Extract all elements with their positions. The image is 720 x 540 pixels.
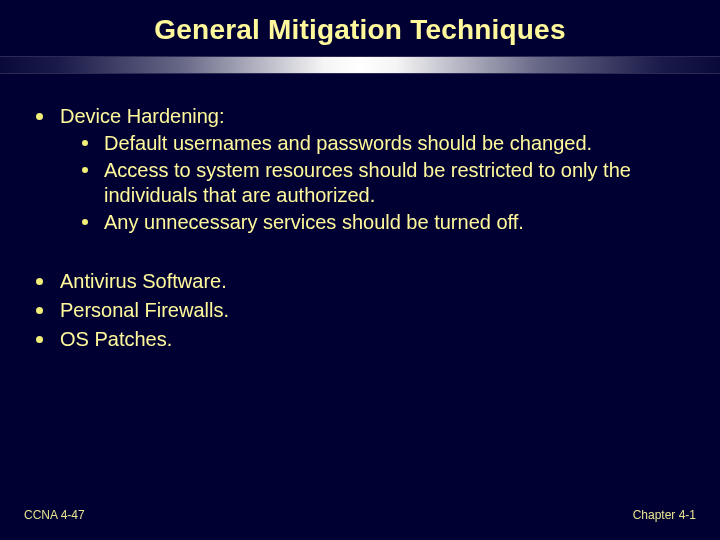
footer-right: Chapter 4-1 <box>633 508 696 522</box>
bullet-list-1: Device Hardening: Default usernames and … <box>24 104 680 235</box>
list-item-label: Antivirus Software. <box>60 270 227 292</box>
title-area: General Mitigation Techniques <box>0 0 720 56</box>
list-item-label: Default usernames and passwords should b… <box>104 132 592 154</box>
list-item: Access to system resources should be res… <box>82 158 680 208</box>
footer-left: CCNA 4-47 <box>24 508 85 522</box>
list-item: Device Hardening: Default usernames and … <box>36 104 680 235</box>
separator-bar <box>0 56 720 74</box>
sub-bullet-list: Default usernames and passwords should b… <box>60 131 680 235</box>
list-item: Any unnecessary services should be turne… <box>82 210 680 235</box>
list-item: Personal Firewalls. <box>36 298 680 323</box>
list-item: Default usernames and passwords should b… <box>82 131 680 156</box>
bullet-list-2: Antivirus Software. Personal Firewalls. … <box>24 269 680 352</box>
list-item: OS Patches. <box>36 327 680 352</box>
content-area: Device Hardening: Default usernames and … <box>0 104 720 352</box>
list-item-label: Personal Firewalls. <box>60 299 229 321</box>
list-item-label: Any unnecessary services should be turne… <box>104 211 524 233</box>
footer: CCNA 4-47 Chapter 4-1 <box>0 508 720 522</box>
list-item-label: OS Patches. <box>60 328 172 350</box>
list-item: Antivirus Software. <box>36 269 680 294</box>
slide-title: General Mitigation Techniques <box>0 14 720 46</box>
list-item-label: Access to system resources should be res… <box>104 159 631 206</box>
list-item-label: Device Hardening: <box>60 105 225 127</box>
